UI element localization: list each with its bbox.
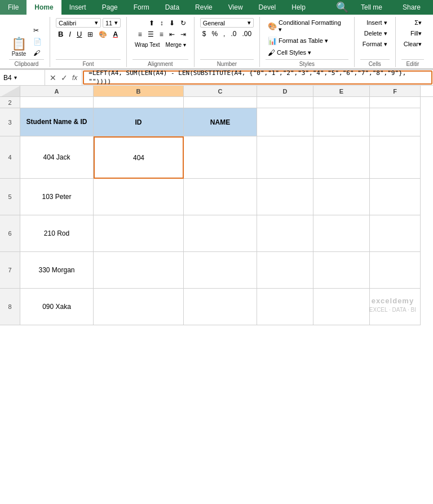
align-bottom-button[interactable]: ⬇ [167, 18, 177, 28]
cell-d5[interactable] [257, 179, 313, 215]
cell-f5[interactable] [370, 179, 421, 215]
cell-a2[interactable] [20, 97, 94, 108]
row-header-5[interactable]: 5 [0, 179, 20, 215]
number-format-dropdown[interactable]: General▾ [200, 18, 254, 28]
fill-button[interactable]: Fill▾ [408, 29, 424, 38]
cell-c3[interactable]: NAME [184, 108, 257, 136]
decimal-decrease-button[interactable]: .0 [228, 29, 238, 39]
cell-c2[interactable] [184, 97, 257, 108]
cell-f4[interactable] [370, 136, 421, 179]
align-top-button[interactable]: ⬆ [147, 18, 157, 28]
conditional-formatting-button[interactable]: 🎨 Conditional Formatting ▾ [266, 18, 348, 34]
cell-c8[interactable] [184, 289, 257, 325]
name-box[interactable]: B4 [3, 74, 12, 82]
row-header-8[interactable]: 8 [0, 289, 20, 325]
cut-button[interactable]: ✂ [31, 25, 44, 36]
underline-button[interactable]: U [74, 29, 84, 39]
col-header-a[interactable]: A [20, 86, 94, 96]
cell-e8[interactable] [313, 289, 370, 325]
cell-d6[interactable] [257, 215, 313, 252]
indent-decrease-button[interactable]: ⇤ [167, 29, 177, 39]
font-family-dropdown[interactable]: Calibri▾ [56, 18, 101, 28]
cell-c5[interactable] [184, 179, 257, 215]
tab-help[interactable]: Help [284, 0, 313, 15]
cell-e7[interactable] [313, 252, 370, 289]
cell-b2[interactable] [94, 97, 184, 108]
tab-data[interactable]: Data [157, 0, 187, 15]
cell-a6[interactable]: 210 Rod [20, 215, 94, 252]
paste-button[interactable]: 📋 Paste [9, 37, 29, 58]
copy-button[interactable]: 📄 [31, 37, 44, 47]
col-header-b[interactable]: B [94, 86, 184, 96]
format-as-table-button[interactable]: 📊 Format as Table ▾ [266, 36, 330, 46]
cell-e2[interactable] [313, 97, 370, 108]
autosum-button[interactable]: Σ▾ [412, 18, 424, 28]
row-header-2[interactable]: 2 [0, 97, 20, 108]
format-cells-button[interactable]: Format ▾ [360, 39, 390, 49]
format-painter-button[interactable]: 🖌 [31, 48, 44, 58]
col-header-d[interactable]: D [257, 86, 313, 96]
cell-d8[interactable] [257, 289, 313, 325]
indent-increase-button[interactable]: ⇥ [178, 29, 188, 39]
cell-b6[interactable] [94, 215, 184, 252]
name-box-dropdown-icon[interactable]: ▾ [14, 74, 17, 81]
cell-f6[interactable] [370, 215, 421, 252]
cancel-formula-icon[interactable]: ✕ [48, 73, 58, 82]
cell-b7[interactable] [94, 252, 184, 289]
font-size-dropdown[interactable]: 11▾ [103, 18, 121, 28]
tab-form[interactable]: Form [126, 0, 157, 15]
cell-a5[interactable]: 103 Peter [20, 179, 94, 215]
cell-b8[interactable] [94, 289, 184, 325]
tell-me-input[interactable]: Tell me [353, 0, 390, 15]
align-middle-button[interactable]: ↕ [158, 18, 166, 28]
col-header-e[interactable]: E [313, 86, 370, 96]
row-header-7[interactable]: 7 [0, 252, 20, 289]
tab-view[interactable]: View [220, 0, 251, 15]
cell-d2[interactable] [257, 97, 313, 108]
merge-center-button[interactable]: Merge ▾ [164, 41, 188, 49]
row-header-4[interactable]: 4 [0, 136, 20, 179]
cell-styles-button[interactable]: 🖌 Cell Styles ▾ [266, 47, 313, 58]
percent-button[interactable]: % [209, 29, 220, 39]
cell-d3[interactable] [257, 108, 313, 136]
font-color-button[interactable]: A [111, 29, 120, 39]
wrap-text-button[interactable]: Wrap Text [132, 41, 162, 49]
cell-b3[interactable]: ID [94, 108, 184, 136]
tab-review[interactable]: Revie [187, 0, 220, 15]
italic-button[interactable]: I [67, 29, 73, 39]
cell-c7[interactable] [184, 252, 257, 289]
cell-a8[interactable]: 090 Xaka [20, 289, 94, 325]
tab-home[interactable]: Home [26, 0, 61, 15]
confirm-formula-icon[interactable]: ✓ [60, 73, 69, 82]
cell-a3[interactable]: Student Name & ID [20, 108, 94, 136]
cell-e5[interactable] [313, 179, 370, 215]
align-left-button[interactable]: ≡ [136, 29, 144, 39]
cell-f7[interactable] [370, 252, 421, 289]
cell-f3[interactable] [370, 108, 421, 136]
search-icon[interactable]: 🔍 [336, 1, 348, 14]
tab-developer[interactable]: Devel [251, 0, 284, 15]
decimal-increase-button[interactable]: .00 [240, 29, 254, 39]
bold-button[interactable]: B [56, 29, 65, 39]
cell-a4[interactable]: 404 Jack [20, 136, 94, 179]
insert-cells-button[interactable]: Insert ▾ [364, 18, 390, 28]
border-button[interactable]: ⊞ [85, 29, 95, 39]
share-button[interactable]: Share [395, 0, 428, 15]
cell-b5[interactable] [94, 179, 184, 215]
fill-color-button[interactable]: 🎨 [96, 29, 109, 39]
cell-c6[interactable] [184, 215, 257, 252]
cell-e4[interactable] [313, 136, 370, 179]
row-header-6[interactable]: 6 [0, 215, 20, 252]
cell-d7[interactable] [257, 252, 313, 289]
tab-file[interactable]: File [0, 0, 26, 15]
tab-page[interactable]: Page [94, 0, 126, 15]
cell-e3[interactable] [313, 108, 370, 136]
cell-a7[interactable]: 330 Morgan [20, 252, 94, 289]
currency-button[interactable]: $ [200, 29, 209, 39]
text-orientation-button[interactable]: ↻ [178, 18, 188, 28]
clear-button[interactable]: Clear▾ [401, 39, 424, 49]
col-header-f[interactable]: F [370, 86, 421, 96]
cell-b4[interactable]: 404 [94, 136, 184, 179]
cell-c4[interactable] [184, 136, 257, 179]
align-right-button[interactable]: ≡ [157, 29, 166, 39]
